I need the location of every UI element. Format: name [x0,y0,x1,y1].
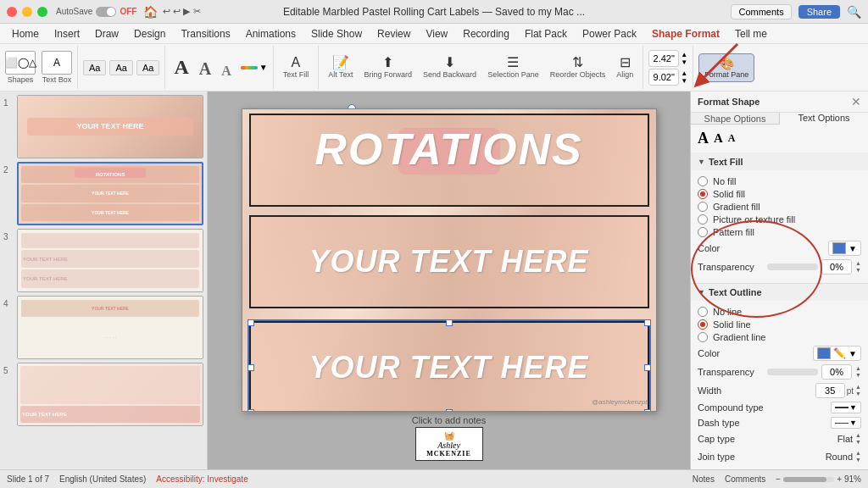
cap-spinner[interactable]: ▲ ▼ [855,432,861,446]
dash-btn[interactable]: ▼ [831,417,861,429]
handle-ml[interactable] [248,364,254,371]
width-spinner[interactable]: ▲ ▼ [855,384,861,398]
handle-tr[interactable] [644,319,651,326]
text-size-small[interactable]: A [218,62,235,80]
option-no-fill[interactable]: No fill [698,176,861,186]
menu-draw[interactable]: Draw [88,26,125,42]
outline-trans-input[interactable]: 0% [821,364,852,380]
row3-text[interactable]: YOUR TEXT HERE [309,350,588,385]
search-icon[interactable]: 🔍 [847,5,861,19]
selection-pane-btn[interactable]: ☰ Selection Pane [483,54,543,80]
handle-tm[interactable] [446,319,453,326]
option-gradient-fill[interactable]: Gradient fill [698,202,861,212]
close-button[interactable] [7,7,17,17]
width-value-input[interactable] [815,383,845,398]
option-solid-line[interactable]: Solid line [698,319,861,330]
menu-powerpack[interactable]: Power Pack [576,26,643,42]
maximize-button[interactable] [37,7,47,17]
menu-recording[interactable]: Recording [456,26,516,42]
handle-bm[interactable] [446,409,453,412]
compound-dropdown[interactable]: ▼ [849,403,857,412]
outline-color-edit-icon[interactable]: ✏️ [833,347,846,359]
radio-solid-fill[interactable] [698,189,708,199]
radio-no-line[interactable] [698,307,708,317]
zoom-out-btn[interactable]: − [776,474,781,484]
menu-flatpack[interactable]: Flat Pack [518,26,574,42]
handle-tl[interactable] [248,319,254,326]
color-picker-btn[interactable]: ▼ [828,241,861,256]
text-size-btn-small[interactable]: A [728,132,736,145]
slide-3[interactable]: YOUR TEXT HERE YOUR TEXT HERE [17,229,203,292]
slide-5[interactable]: YOUR TEXT HERE [17,363,203,426]
format-pane-btn[interactable]: 🎨 Format Pane [698,53,754,82]
height-up[interactable]: ▲ [681,51,687,58]
width-down[interactable]: ▼ [855,391,861,397]
handle-bl[interactable] [248,409,254,412]
handle-br[interactable] [644,409,651,412]
text-size-medium[interactable]: A [196,58,214,80]
text-fill-header[interactable]: ▼ Text Fill [691,153,868,170]
dash-dropdown[interactable]: ▼ [849,419,857,427]
zoom-in-btn[interactable]: + [837,474,842,484]
notes-btn[interactable]: Notes [693,474,715,484]
trans-up[interactable]: ▲ [855,260,861,267]
handle-mr[interactable] [644,364,651,371]
menu-home[interactable]: Home [5,26,46,42]
trans-down[interactable]: ▼ [855,267,861,274]
outline-trans-spinner[interactable]: ▲ ▼ [855,365,861,380]
outline-trans-down[interactable]: ▼ [855,372,861,379]
label-row-3[interactable]: YOUR TEXT HERE [249,321,649,412]
label-row-2[interactable]: YOUR TEXT HERE [249,215,649,308]
slide-canvas[interactable]: ROTATIONS YOUR TEXT HERE YOUR TEXT HER [242,108,657,412]
menu-insert[interactable]: Insert [47,26,86,42]
zoom-control[interactable]: − + 91% [776,474,861,484]
tab-shape-options[interactable]: Shape Options [691,113,780,124]
height-input[interactable]: 2.42" [648,50,679,67]
alt-text-btn[interactable]: 📝 Alt Text [324,54,357,80]
zoom-slider[interactable] [783,477,834,482]
outline-trans-up[interactable]: ▲ [855,365,861,372]
comments-btn-status[interactable]: Comments [725,474,765,484]
text-size-large[interactable]: A [170,54,192,80]
text-fill-dropdown[interactable]: ▼ [259,63,268,72]
option-picture-fill[interactable]: Picture or texture fill [698,214,861,225]
autosave-toggle[interactable] [96,7,116,17]
panel-close-btn[interactable]: ✕ [851,95,861,108]
radio-solid-line[interactable] [698,319,708,330]
outline-dropdown-arrow[interactable]: ▼ [849,349,857,358]
text-fill-btn[interactable]: A Text Fill [279,54,314,80]
send-backward-btn[interactable]: ⬇ Send Backward [419,54,481,80]
radio-gradient-line[interactable] [698,332,708,342]
transparency-input[interactable]: 0% [821,259,852,274]
transparency-slider[interactable] [767,263,818,270]
font-size-input[interactable]: Aa [136,60,159,75]
radio-picture-fill[interactable] [698,214,708,225]
menu-tellme[interactable]: Tell me [728,26,774,42]
notes-bar[interactable]: Click to add notes [242,415,657,425]
menu-review[interactable]: Review [370,26,417,42]
option-pattern-fill[interactable]: Pattern fill [698,227,861,237]
font-style-input[interactable]: Aa [109,60,132,75]
reorder-objects-btn[interactable]: ⇅ Reorder Objects [546,54,610,80]
compound-btn[interactable]: ▼ [831,402,861,413]
menu-slideshow[interactable]: Slide Show [304,26,369,42]
align-btn[interactable]: ⊟ Align [612,54,637,80]
radio-gradient-fill[interactable] [698,202,708,212]
color-dropdown-arrow[interactable]: ▼ [849,244,857,253]
menu-animations[interactable]: Animations [239,26,303,42]
canvas-area[interactable]: ROTATIONS YOUR TEXT HERE YOUR TEXT HER [208,92,690,469]
outline-color-btn[interactable]: ✏️ ▼ [813,346,861,361]
width-down[interactable]: ▼ [681,77,687,85]
menu-design[interactable]: Design [127,26,172,42]
join-spinner[interactable]: ▲ ▼ [855,450,861,464]
option-no-line[interactable]: No line [698,307,861,317]
text-outline-header[interactable]: ▼ Text Outline [691,284,868,301]
menu-view[interactable]: View [419,26,454,42]
width-up[interactable]: ▲ [681,69,687,77]
text-size-btn-med[interactable]: A [714,131,723,146]
row2-text[interactable]: YOUR TEXT HERE [309,244,588,280]
width-input[interactable]: 9.02" [648,69,679,86]
tab-text-options[interactable]: Text Options [780,113,868,125]
slide-4[interactable]: YOUR TEXT HERE · · · · · [17,296,203,359]
minimize-button[interactable] [22,7,32,17]
